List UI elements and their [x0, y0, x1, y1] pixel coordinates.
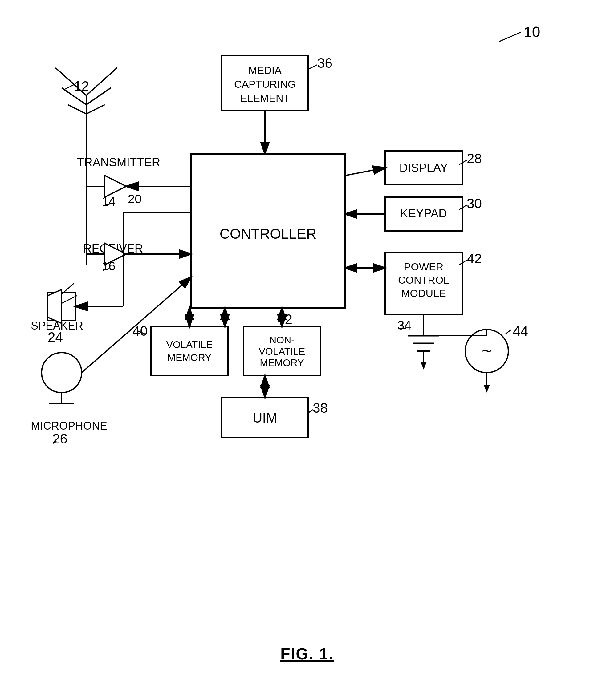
svg-text:36: 36: [317, 55, 332, 71]
svg-text:MEMORY: MEMORY: [260, 357, 304, 368]
svg-text:ELEMENT: ELEMENT: [240, 92, 290, 104]
svg-text:VOLATILE: VOLATILE: [167, 339, 213, 350]
svg-text:CONTROLLER: CONTROLLER: [220, 226, 316, 242]
svg-text:~: ~: [482, 341, 492, 360]
svg-text:KEYPAD: KEYPAD: [400, 207, 447, 220]
svg-text:28: 28: [467, 151, 482, 166]
svg-text:POWER: POWER: [404, 261, 443, 273]
ref-10: 10: [524, 24, 540, 40]
svg-text:38: 38: [313, 400, 328, 415]
svg-text:34: 34: [397, 318, 411, 332]
diagram-container: 10 MEDIA CAPTURING ELEMENT 36 CONTROLLER…: [0, 0, 614, 700]
svg-text:20: 20: [128, 192, 142, 206]
svg-text:DISPLAY: DISPLAY: [399, 161, 448, 174]
svg-text:42: 42: [277, 312, 292, 327]
svg-text:NON-: NON-: [269, 335, 295, 346]
svg-text:MEMORY: MEMORY: [167, 352, 211, 363]
svg-text:MEDIA: MEDIA: [248, 64, 282, 76]
svg-text:42: 42: [467, 251, 482, 266]
transmitter-label: TRANSMITTER: [77, 156, 160, 169]
svg-text:MODULE: MODULE: [401, 287, 446, 299]
svg-text:26: 26: [52, 431, 67, 446]
svg-text:24: 24: [48, 329, 63, 345]
svg-text:VOLATILE: VOLATILE: [259, 346, 305, 357]
microphone-icon: [41, 353, 82, 393]
svg-text:MICROPHONE: MICROPHONE: [31, 420, 107, 432]
volatile-memory-box: [151, 326, 228, 376]
svg-text:14: 14: [102, 195, 115, 208]
svg-text:CONTROL: CONTROL: [398, 274, 449, 286]
svg-text:16: 16: [102, 259, 115, 273]
svg-text:44: 44: [513, 323, 528, 338]
figure-label: FIG. 1.: [280, 645, 334, 663]
svg-text:30: 30: [467, 196, 482, 211]
svg-text:CAPTURING: CAPTURING: [234, 78, 296, 90]
speaker-icon: [48, 289, 62, 323]
svg-text:UIM: UIM: [253, 410, 278, 425]
